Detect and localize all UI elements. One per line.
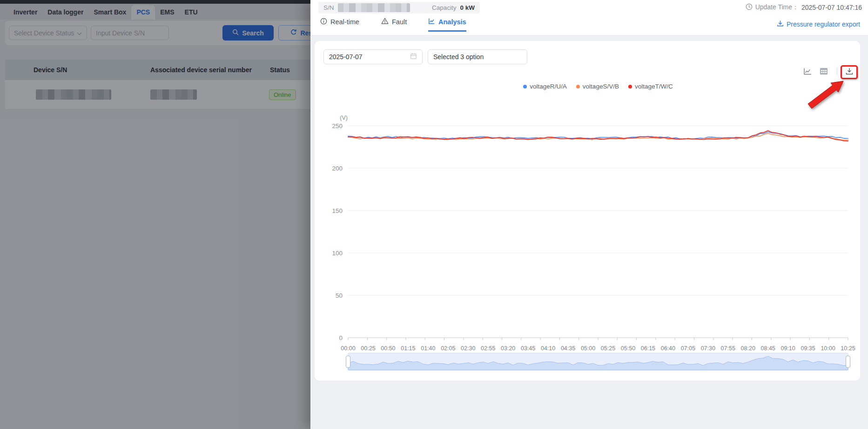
svg-text:05:25: 05:25 (601, 345, 615, 352)
svg-text:05:00: 05:00 (581, 345, 595, 352)
svg-text:07:55: 07:55 (721, 345, 735, 352)
svg-text:06:15: 06:15 (641, 345, 655, 352)
legend-label: voltageT/W/C (635, 83, 673, 90)
svg-text:0: 0 (339, 334, 343, 341)
svg-text:02:05: 02:05 (441, 345, 455, 352)
svg-text:10:00: 10:00 (821, 345, 835, 352)
svg-text:04:35: 04:35 (561, 345, 575, 352)
export-link-label: Pressure regulator export (787, 20, 860, 28)
svg-text:02:55: 02:55 (481, 345, 495, 352)
tab-analysis-label: Analysis (438, 18, 466, 26)
svg-text:50: 50 (336, 292, 343, 299)
svg-text:08:45: 08:45 (761, 345, 775, 352)
capacity-chip: Capacity 0 kW (427, 2, 480, 14)
svg-text:01:15: 01:15 (401, 345, 415, 352)
svg-text:10:25: 10:25 (841, 345, 855, 352)
svg-text:04:10: 04:10 (541, 345, 555, 352)
svg-text:03:45: 03:45 (521, 345, 535, 352)
legend-item-voltages-v-b[interactable]: voltageS/V/B (576, 83, 619, 90)
data-view-icon[interactable] (819, 67, 829, 76)
svg-text:08:20: 08:20 (741, 345, 755, 352)
tab-real-time-label: Real-time (330, 18, 359, 26)
screen: InverterData loggerSmart BoxPCSEMSETU Se… (0, 0, 868, 429)
drawer-header: S/N Capacity 0 kW Update Time： 2025-07-0… (310, 0, 868, 35)
brush-handle-right[interactable] (846, 356, 850, 368)
update-time-value: 2025-07-07 10:47:16 (801, 4, 862, 11)
download-icon (777, 20, 784, 28)
line-chart-icon[interactable] (802, 67, 813, 76)
download-highlight-box (841, 65, 858, 79)
sn-redacted-value (338, 3, 410, 12)
voltage-line-chart[interactable]: 250200150100500(V)00:0000:2500:5001:1501… (315, 41, 860, 381)
legend-item-voltaget-w-c[interactable]: voltageT/W/C (628, 83, 673, 90)
tab-real-time[interactable]: Real-time (320, 18, 359, 30)
svg-text:09:35: 09:35 (801, 345, 815, 352)
capacity-label: Capacity (432, 4, 457, 11)
svg-text:200: 200 (332, 165, 343, 172)
legend-label: voltageR/U/A (530, 83, 567, 90)
svg-text:03:20: 03:20 (501, 345, 515, 352)
svg-text:250: 250 (332, 123, 343, 129)
svg-text:00:25: 00:25 (361, 345, 375, 352)
legend-dot (523, 85, 527, 89)
legend-label: voltageS/V/B (583, 83, 619, 90)
svg-text:05:50: 05:50 (621, 345, 635, 352)
clock-icon (746, 3, 753, 12)
tab-fault-label: Fault (392, 18, 407, 26)
svg-text:07:30: 07:30 (701, 345, 715, 352)
svg-text:150: 150 (332, 207, 343, 214)
metric-select-value: Selected 3 option (433, 53, 484, 61)
sn-label: S/N (323, 4, 334, 11)
download-chart-icon[interactable] (845, 67, 854, 77)
brush-handle-left[interactable] (346, 356, 350, 368)
info-circle-icon (320, 18, 327, 26)
svg-text:00:50: 00:50 (381, 345, 395, 352)
svg-text:100: 100 (332, 250, 343, 257)
svg-text:00:00: 00:00 (341, 345, 355, 352)
date-picker[interactable]: 2025-07-07 (323, 49, 423, 64)
analysis-card: 250200150100500(V)00:0000:2500:5001:1501… (315, 41, 860, 381)
sn-chip: S/N (318, 2, 428, 14)
pressure-regulator-export-link[interactable]: Pressure regulator export (777, 20, 860, 28)
tab-fault[interactable]: Fault (381, 18, 407, 30)
toolbar-divider (837, 68, 837, 75)
legend-dot (576, 85, 580, 89)
tab-analysis[interactable]: Analysis (428, 18, 466, 32)
update-time: Update Time： 2025-07-07 10:47:16 (746, 3, 862, 12)
svg-text:02:30: 02:30 (461, 345, 475, 352)
warning-icon (381, 18, 389, 26)
legend-dot (628, 85, 632, 89)
svg-text:09:10: 09:10 (781, 345, 795, 352)
analysis-chart-icon (428, 18, 435, 26)
chart-legend: voltageR/U/AvoltageS/V/BvoltageT/W/C (348, 83, 848, 90)
calendar-icon (410, 53, 417, 61)
device-detail-drawer: S/N Capacity 0 kW Update Time： 2025-07-0… (310, 0, 868, 429)
date-value: 2025-07-07 (329, 53, 363, 61)
svg-text:(V): (V) (340, 115, 348, 121)
svg-text:01:40: 01:40 (421, 345, 435, 352)
drawer-body: 250200150100500(V)00:0000:2500:5001:1501… (310, 35, 868, 429)
svg-text:06:40: 06:40 (661, 345, 675, 352)
update-time-label: Update Time： (755, 3, 799, 12)
metric-select[interactable]: Selected 3 option (428, 49, 527, 64)
svg-text:07:05: 07:05 (681, 345, 695, 352)
capacity-value: 0 kW (460, 4, 475, 11)
legend-item-voltager-u-a[interactable]: voltageR/U/A (523, 83, 567, 90)
